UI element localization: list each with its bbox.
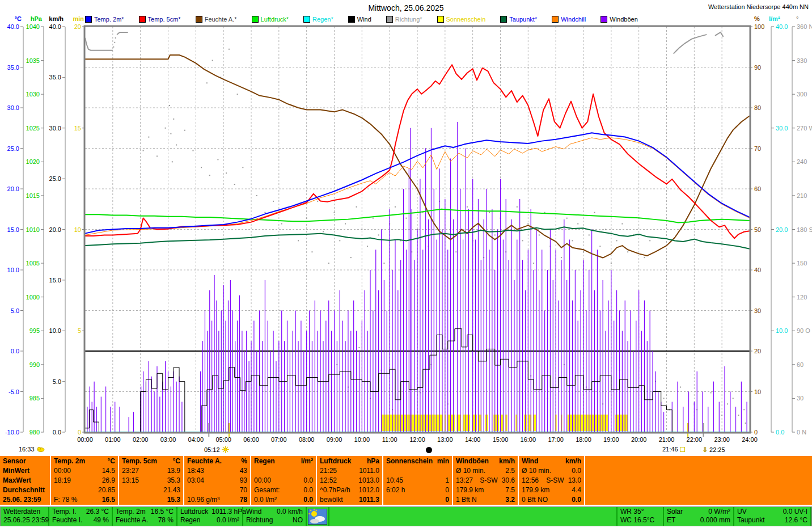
svg-text:70: 70: [754, 145, 761, 152]
summary-table: SensorMinWertMaxWertDurchschnitt25.06. 2…: [0, 456, 812, 505]
svg-text:1025: 1025: [26, 125, 40, 132]
svg-text:10: 10: [74, 226, 81, 233]
svg-text:180 S: 180 S: [797, 226, 812, 233]
summary-col-feuchte-a-: Feuchte A.%18:434303:04937010.96 g/m³78: [184, 456, 250, 505]
svg-text:40: 40: [754, 267, 761, 273]
svg-text:0.0: 0.0: [53, 429, 61, 436]
svg-text:0.0: 0.0: [776, 429, 784, 436]
svg-text:23:00: 23:00: [714, 436, 730, 443]
svg-text:-5.0: -5.0: [9, 388, 19, 395]
svg-text:100: 100: [754, 23, 764, 30]
svg-text:24:00: 24:00: [742, 436, 758, 443]
status-cell: Temp. 2m16.5 °CFeuchte A.78 %: [113, 507, 177, 526]
summary-col-temp-5cm: Temp. 5cm°C23:2713.913:1535.321.4315.3: [119, 456, 183, 505]
svg-text:02:00: 02:00: [133, 436, 149, 443]
svg-text:25.0: 25.0: [49, 175, 61, 182]
svg-text:12:00: 12:00: [409, 436, 425, 443]
svg-text:1000: 1000: [26, 294, 40, 301]
sunshine-bar: [463, 415, 470, 431]
svg-text:11:00: 11:00: [382, 436, 397, 443]
svg-text:0.0: 0.0: [11, 348, 19, 354]
svg-text:40.0: 40.0: [7, 23, 19, 30]
svg-text:20.0: 20.0: [776, 226, 788, 233]
svg-text:1030: 1030: [26, 91, 40, 98]
status-cell: Wind0.0 km/hRichtungNO: [243, 507, 307, 526]
svg-text:08:00: 08:00: [299, 436, 315, 443]
svg-text:35.0: 35.0: [49, 74, 61, 81]
sunshine-bar: [568, 415, 608, 431]
svg-text:1010: 1010: [26, 226, 40, 233]
sunshine-bar: [493, 415, 499, 431]
status-cell: Wetterdaten25.06.25 23:59: [1, 507, 49, 526]
svg-text:17:00: 17:00: [548, 436, 564, 443]
sunshine-bar: [615, 415, 628, 431]
status-cell: Temp. I.26.3 °CFeuchte I.49 %: [49, 507, 113, 526]
svg-text:19:00: 19:00: [603, 436, 619, 443]
series-Windchill: [85, 138, 750, 235]
svg-text:90: 90: [754, 64, 761, 71]
sun-icon: [222, 446, 229, 453]
svg-text:15: 15: [74, 125, 81, 132]
sunrise-time: 05:12: [204, 446, 220, 453]
moonrise-marker: 16:33: [19, 446, 45, 453]
moon-phase-marker: [426, 447, 432, 453]
svg-text:80: 80: [754, 104, 761, 111]
svg-text:30: 30: [797, 395, 803, 402]
sunset-square-icon: [680, 447, 685, 452]
svg-text:995: 995: [29, 327, 40, 334]
summary-col-windb-en: Windböenkm/hØ 10 min.2.513:27S-SW30.6179…: [453, 456, 518, 505]
svg-text:04:00: 04:00: [188, 436, 204, 443]
summary-col-regen: Regenl/m²00:000.0Gesamt:0.00.0 l/m²0.0: [251, 456, 316, 505]
svg-text:10.0: 10.0: [49, 327, 61, 334]
svg-text:5.0: 5.0: [11, 307, 19, 314]
moonset-marker: ⇓ 22:25: [702, 446, 725, 454]
status-cell: Luftdruck1011.3 hPaRegen0.0 l/m²: [177, 507, 243, 526]
svg-text:1005: 1005: [26, 260, 40, 267]
svg-text:1040: 1040: [26, 23, 40, 30]
new-moon-icon: [426, 447, 432, 453]
svg-text:05:00: 05:00: [215, 436, 231, 443]
sunset-marker: 21:46: [662, 446, 685, 453]
moonset-time: 22:25: [709, 446, 725, 453]
summary-filler: [585, 456, 812, 505]
svg-text:07:00: 07:00: [271, 436, 287, 443]
status-cell: Solar0 W/m²ET0.000 mm: [664, 507, 734, 526]
down-arrow-icon: ⇓: [702, 446, 708, 454]
svg-text:50: 50: [754, 226, 761, 233]
chart-plot: 40.035.030.025.020.015.010.05.00.0-5.0-1…: [0, 0, 812, 454]
svg-text:30.0: 30.0: [776, 125, 788, 132]
svg-text:10.0: 10.0: [776, 327, 788, 334]
svg-text:1020: 1020: [26, 158, 40, 165]
status-cell: UV0.0 UV-ITaupunkt12.6 °C: [734, 507, 811, 526]
svg-text:21:00: 21:00: [659, 436, 675, 443]
svg-text:30: 30: [754, 307, 761, 314]
svg-text:300: 300: [797, 91, 807, 98]
weather-icon: [307, 507, 329, 526]
svg-text:25.0: 25.0: [7, 145, 19, 152]
sunrise-marker: 05:12: [204, 446, 229, 453]
svg-text:240: 240: [797, 158, 807, 165]
svg-text:330: 330: [797, 57, 807, 64]
svg-text:10: 10: [754, 388, 761, 395]
svg-text:-10.0: -10.0: [5, 429, 19, 436]
svg-text:20.0: 20.0: [7, 185, 19, 192]
svg-text:360 N: 360 N: [797, 23, 812, 30]
moonrise-time: 16:33: [19, 446, 35, 453]
svg-text:980: 980: [29, 429, 40, 436]
summary-col-sensor: SensorMinWertMaxWertDurchschnitt25.06. 2…: [0, 456, 50, 505]
svg-text:5: 5: [78, 327, 81, 334]
svg-text:5.0: 5.0: [53, 378, 61, 385]
svg-text:985: 985: [29, 395, 40, 402]
svg-text:09:00: 09:00: [327, 436, 342, 443]
svg-text:40.0: 40.0: [49, 23, 61, 30]
svg-text:20:00: 20:00: [631, 436, 647, 443]
status-filler: [329, 507, 618, 526]
svg-text:20: 20: [74, 23, 81, 30]
svg-text:18:00: 18:00: [576, 436, 591, 443]
svg-text:13:00: 13:00: [437, 436, 453, 443]
svg-text:120: 120: [797, 294, 807, 301]
svg-text:40.0: 40.0: [776, 23, 788, 30]
svg-text:30.0: 30.0: [7, 104, 19, 111]
svg-text:15.0: 15.0: [49, 277, 61, 284]
summary-col-sonnenschein: Sonnenscheinmin10:4516:02 h00: [383, 456, 452, 505]
